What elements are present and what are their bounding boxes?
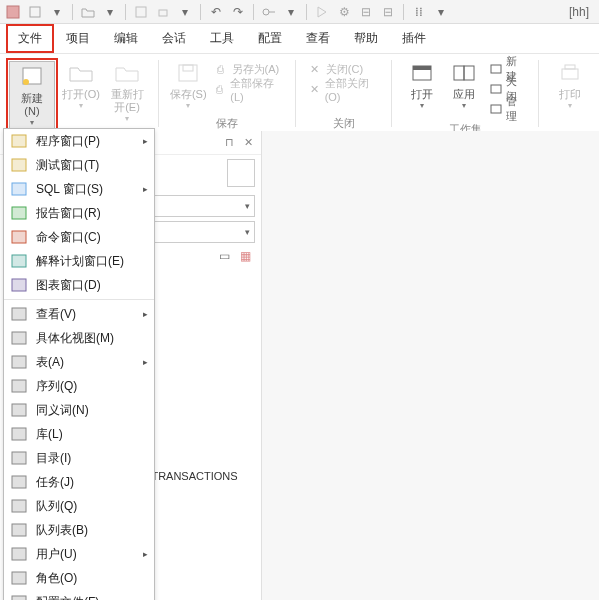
caret-icon[interactable]: ▾ (433, 4, 449, 20)
svg-rect-31 (12, 452, 26, 464)
caret-icon[interactable]: ▾ (283, 4, 299, 20)
window-icon[interactable]: ▭ (219, 249, 230, 263)
view-mode-icon[interactable] (227, 159, 255, 187)
play-icon[interactable] (314, 4, 330, 20)
dropdown-item[interactable]: 角色(O) (4, 566, 154, 590)
svg-rect-13 (491, 65, 501, 73)
dropdown-item[interactable]: SQL 窗口(S)▸ (4, 177, 154, 201)
dropdown-item[interactable]: 任务(J) (4, 470, 154, 494)
pin-icon[interactable]: ⊓ (225, 136, 234, 149)
folder-open-icon[interactable] (80, 4, 96, 20)
print-icon[interactable] (155, 4, 171, 20)
dropdown-item[interactable]: 序列(Q) (4, 374, 154, 398)
ws-open-icon (408, 60, 436, 86)
new-dropdown-menu: 程序窗口(P)▸测试窗口(T)SQL 窗口(S)▸报告窗口(R)命令窗口(C)解… (3, 128, 155, 600)
dropdown-item[interactable]: 测试窗口(T) (4, 153, 154, 177)
menu-help[interactable]: 帮助 (342, 24, 390, 53)
db-icon[interactable]: ⊟ (380, 4, 396, 20)
folder-open-icon (67, 60, 95, 86)
save-all-icon: ⎙ (214, 82, 227, 96)
svg-rect-32 (12, 476, 26, 488)
key-icon[interactable] (261, 4, 277, 20)
svg-rect-26 (12, 332, 26, 344)
dropdown-item[interactable]: 命令窗口(C) (4, 225, 154, 249)
window-type-icon (10, 425, 28, 443)
open-button[interactable]: 打开(O) ▾ (58, 58, 104, 133)
disk-icon[interactable] (133, 4, 149, 20)
ws-open-button[interactable]: 打开 ▾ (400, 58, 443, 120)
save-icon (174, 60, 202, 86)
menu-project[interactable]: 项目 (54, 24, 102, 53)
stop-icon[interactable]: ⊟ (358, 4, 374, 20)
dropdown-item[interactable]: 用户(U)▸ (4, 542, 154, 566)
window-type-icon (10, 228, 28, 246)
ws-apply-icon (450, 60, 478, 86)
save-button[interactable]: 保存(S) ▾ (167, 58, 210, 114)
window-type-icon (10, 593, 28, 600)
new-button[interactable]: 新建 (N) ▾ (9, 61, 55, 130)
menu-edit[interactable]: 编辑 (102, 24, 150, 53)
svg-rect-2 (136, 7, 146, 17)
dropdown-item-label: 配置文件(F) (36, 594, 99, 601)
dropdown-item[interactable]: 图表窗口(D) (4, 273, 154, 297)
close-icon[interactable]: ✕ (244, 136, 253, 149)
grid-icon[interactable]: ▦ (240, 249, 251, 263)
window-type-icon (10, 156, 28, 174)
svg-rect-34 (12, 524, 26, 536)
caret-icon[interactable]: ▾ (177, 4, 193, 20)
save-all-button[interactable]: ⎙全部保存(L) (214, 80, 283, 98)
menu-session[interactable]: 会话 (150, 24, 198, 53)
dropdown-item-label: SQL 窗口(S) (36, 181, 103, 198)
dropdown-item[interactable]: 队列(Q) (4, 494, 154, 518)
dropdown-item[interactable]: 查看(V)▸ (4, 302, 154, 326)
svg-rect-7 (179, 65, 197, 81)
svg-rect-36 (12, 572, 26, 584)
dropdown-item[interactable]: 同义词(N) (4, 398, 154, 422)
window-type-icon (10, 377, 28, 395)
dropdown-item[interactable]: 解释计划窗口(E) (4, 249, 154, 273)
svg-rect-12 (464, 66, 474, 80)
chevron-down-icon: ▾ (568, 101, 572, 110)
svg-rect-16 (562, 69, 578, 79)
dropdown-item-label: 任务(J) (36, 474, 74, 491)
dropdown-item-label: 同义词(N) (36, 402, 89, 419)
window-type-icon (10, 521, 28, 539)
dropdown-item[interactable]: 队列表(B) (4, 518, 154, 542)
print-button[interactable]: 打印 ▾ (547, 58, 593, 129)
submenu-arrow-icon: ▸ (143, 184, 148, 194)
settings-icon[interactable]: ⁞⁞ (411, 4, 427, 20)
dropdown-item[interactable]: 目录(I) (4, 446, 154, 470)
caret-icon[interactable]: ▾ (102, 4, 118, 20)
menu-view[interactable]: 查看 (294, 24, 342, 53)
dropdown-item[interactable]: 具体化视图(M) (4, 326, 154, 350)
undo-icon[interactable]: ↶ (208, 4, 224, 20)
menu-plugin[interactable]: 插件 (390, 24, 438, 53)
svg-rect-25 (12, 308, 26, 320)
dropdown-item-label: 序列(Q) (36, 378, 77, 395)
redo-icon[interactable]: ↷ (230, 4, 246, 20)
svg-rect-11 (454, 66, 464, 80)
svg-rect-22 (12, 231, 26, 243)
svg-point-4 (263, 9, 269, 15)
dropdown-item[interactable]: 配置文件(F) (4, 590, 154, 600)
new-doc-icon[interactable] (27, 4, 43, 20)
ws-manage-button[interactable]: 管理 (489, 100, 526, 118)
chevron-down-icon: ▾ (420, 101, 424, 110)
menu-tools[interactable]: 工具 (198, 24, 246, 53)
svg-rect-14 (491, 85, 501, 93)
reopen-button[interactable]: 重新打开(E) ▾ (104, 58, 150, 133)
dropdown-item[interactable]: 报告窗口(R) (4, 201, 154, 225)
ws-apply-label: 应用 (453, 88, 475, 101)
gear-icon[interactable]: ⚙ (336, 4, 352, 20)
ws-apply-button[interactable]: 应用 ▾ (443, 58, 486, 120)
dropdown-item[interactable]: 程序窗口(P)▸ (4, 129, 154, 153)
menu-config[interactable]: 配置 (246, 24, 294, 53)
dropdown-item[interactable]: 表(A)▸ (4, 350, 154, 374)
close-all-button[interactable]: ✕全部关闭(O) (308, 80, 380, 98)
ws-open-label: 打开 (411, 88, 433, 101)
chevron-down-icon: ▾ (462, 101, 466, 110)
dropdown-item[interactable]: 库(L) (4, 422, 154, 446)
menu-file[interactable]: 文件 (6, 24, 54, 53)
save-icon[interactable]: ▾ (49, 4, 65, 20)
svg-rect-24 (12, 279, 26, 291)
